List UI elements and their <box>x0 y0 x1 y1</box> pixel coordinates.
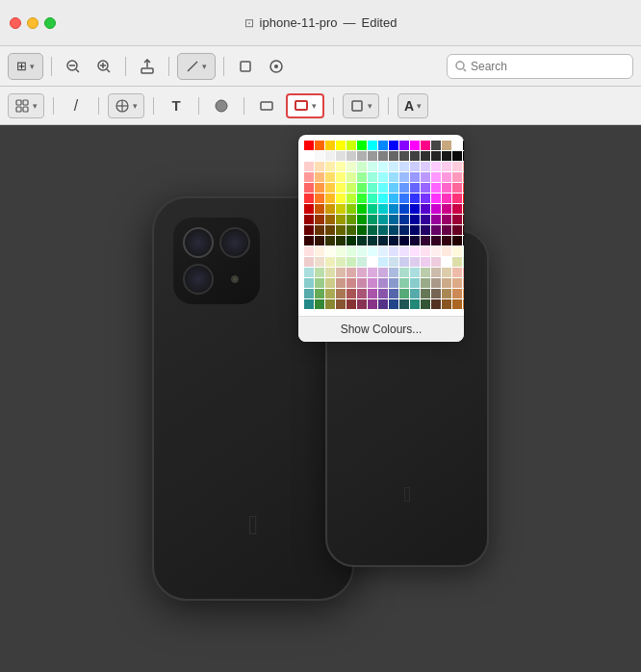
color-cell-13-6[interactable] <box>368 278 377 288</box>
color-cell-13-9[interactable] <box>399 278 409 288</box>
select-tool-button[interactable]: ▾ <box>8 93 44 118</box>
color-cell-10-13[interactable] <box>442 246 451 256</box>
color-cell-4-5[interactable] <box>357 183 367 193</box>
color-cell-0-2[interactable] <box>325 141 335 150</box>
color-cell-12-8[interactable] <box>389 268 398 277</box>
color-cell-10-7[interactable] <box>378 246 388 256</box>
color-cell-10-11[interactable] <box>421 246 430 256</box>
color-cell-9-14[interactable] <box>452 236 462 246</box>
color-cell-14-9[interactable] <box>399 289 409 298</box>
color-cell-8-15[interactable] <box>463 225 464 235</box>
color-cell-12-6[interactable] <box>368 268 377 277</box>
color-cell-0-14[interactable] <box>452 141 462 150</box>
color-cell-6-7[interactable] <box>378 204 388 214</box>
color-cell-14-4[interactable] <box>346 289 356 298</box>
color-cell-2-8[interactable] <box>389 162 398 171</box>
color-cell-7-1[interactable] <box>315 215 324 224</box>
zoom-in-button[interactable] <box>90 53 117 80</box>
color-cell-12-5[interactable] <box>357 268 367 277</box>
color-cell-3-14[interactable] <box>452 172 462 182</box>
color-cell-14-13[interactable] <box>442 289 451 298</box>
maximize-button[interactable] <box>44 17 56 29</box>
color-cell-3-1[interactable] <box>315 172 324 182</box>
color-cell-13-15[interactable] <box>463 278 464 288</box>
color-cell-4-4[interactable] <box>346 183 356 193</box>
color-cell-2-13[interactable] <box>442 162 451 171</box>
color-cell-10-14[interactable] <box>452 246 462 256</box>
autopan-button[interactable] <box>263 53 290 80</box>
color-cell-13-14[interactable] <box>452 278 462 288</box>
color-cell-13-8[interactable] <box>389 278 398 288</box>
shadow-button[interactable]: ▾ <box>343 93 379 118</box>
color-cell-7-9[interactable] <box>399 215 409 224</box>
color-cell-7-3[interactable] <box>336 215 346 224</box>
color-cell-11-0[interactable] <box>304 257 314 267</box>
color-cell-11-8[interactable] <box>389 257 398 267</box>
color-cell-8-7[interactable] <box>378 225 388 235</box>
color-cell-8-6[interactable] <box>368 225 377 235</box>
color-cell-2-7[interactable] <box>378 162 388 171</box>
color-cell-6-8[interactable] <box>389 204 398 214</box>
color-cell-15-11[interactable] <box>421 299 430 309</box>
color-cell-3-6[interactable] <box>368 172 377 182</box>
color-cell-5-5[interactable] <box>357 194 367 203</box>
color-cell-7-4[interactable] <box>346 215 356 224</box>
close-button[interactable] <box>10 17 21 29</box>
color-cell-9-15[interactable] <box>463 236 464 246</box>
stroke-color-button[interactable]: ▾ <box>286 93 324 118</box>
color-cell-0-4[interactable] <box>346 141 356 150</box>
color-cell-1-4[interactable] <box>346 151 356 161</box>
color-cell-0-1[interactable] <box>315 141 324 150</box>
color-cell-14-14[interactable] <box>452 289 462 298</box>
color-cell-3-7[interactable] <box>378 172 388 182</box>
color-cell-10-4[interactable] <box>346 246 356 256</box>
color-cell-8-1[interactable] <box>315 225 324 235</box>
color-cell-4-15[interactable] <box>463 183 464 193</box>
color-cell-13-1[interactable] <box>315 278 324 288</box>
color-cell-11-15[interactable] <box>463 257 464 267</box>
color-cell-5-7[interactable] <box>378 194 388 203</box>
color-cell-4-0[interactable] <box>304 183 314 193</box>
color-cell-8-9[interactable] <box>399 225 409 235</box>
color-cell-15-14[interactable] <box>452 299 462 309</box>
color-cell-12-7[interactable] <box>378 268 388 277</box>
color-cell-6-1[interactable] <box>315 204 324 214</box>
color-cell-11-3[interactable] <box>336 257 346 267</box>
color-cell-8-0[interactable] <box>304 225 314 235</box>
color-cell-7-11[interactable] <box>421 215 430 224</box>
color-cell-14-5[interactable] <box>357 289 367 298</box>
color-cell-9-0[interactable] <box>304 236 314 246</box>
color-cell-1-2[interactable] <box>325 151 335 161</box>
color-cell-9-9[interactable] <box>399 236 409 246</box>
canvas[interactable]:   Show Colours... <box>0 125 641 672</box>
color-cell-3-4[interactable] <box>346 172 356 182</box>
color-cell-14-3[interactable] <box>336 289 346 298</box>
color-cell-6-15[interactable] <box>463 204 464 214</box>
color-cell-8-10[interactable] <box>410 225 420 235</box>
color-cell-0-7[interactable] <box>378 141 388 150</box>
color-cell-13-10[interactable] <box>410 278 420 288</box>
color-cell-4-1[interactable] <box>315 183 324 193</box>
color-cell-6-6[interactable] <box>368 204 377 214</box>
color-cell-12-10[interactable] <box>410 268 420 277</box>
color-cell-2-15[interactable] <box>463 162 464 171</box>
color-cell-6-13[interactable] <box>442 204 451 214</box>
color-cell-13-0[interactable] <box>304 278 314 288</box>
color-cell-8-11[interactable] <box>421 225 430 235</box>
color-cell-9-13[interactable] <box>442 236 451 246</box>
font-button[interactable]: A ▾ <box>397 93 428 118</box>
color-cell-10-10[interactable] <box>410 246 420 256</box>
color-cell-6-0[interactable] <box>304 204 314 214</box>
color-cell-8-8[interactable] <box>389 225 398 235</box>
color-cell-2-12[interactable] <box>431 162 441 171</box>
color-cell-7-15[interactable] <box>463 215 464 224</box>
color-cell-6-12[interactable] <box>431 204 441 214</box>
color-cell-8-2[interactable] <box>325 225 335 235</box>
color-cell-3-12[interactable] <box>431 172 441 182</box>
color-cell-5-10[interactable] <box>410 194 420 203</box>
color-cell-2-4[interactable] <box>346 162 356 171</box>
color-cell-13-5[interactable] <box>357 278 367 288</box>
color-cell-3-15[interactable] <box>463 172 464 182</box>
color-cell-4-10[interactable] <box>410 183 420 193</box>
color-cell-12-2[interactable] <box>325 268 335 277</box>
